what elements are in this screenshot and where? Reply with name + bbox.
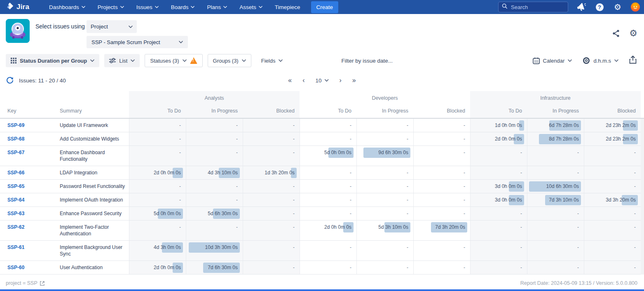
empty-duration: - bbox=[300, 169, 351, 176]
last-page-button[interactable]: » bbox=[352, 77, 356, 84]
groups-filter-button[interactable]: Groups (3) bbox=[208, 54, 251, 67]
duration-cell: - bbox=[413, 146, 470, 166]
status-column-header[interactable]: In Progress bbox=[527, 105, 584, 118]
nav-item-boards[interactable]: Boards bbox=[171, 4, 195, 10]
user-avatar[interactable] bbox=[631, 2, 640, 12]
jira-logo[interactable]: Jira bbox=[6, 2, 29, 12]
statuses-filter-button[interactable]: Statuses (3) bbox=[145, 54, 202, 67]
duration-cell: - bbox=[413, 119, 470, 132]
issue-key-link[interactable]: SSP-68 bbox=[7, 136, 60, 142]
status-column-header[interactable]: Blocked bbox=[584, 105, 641, 118]
duration-cell: 10d 6h 30m 0s bbox=[527, 180, 584, 193]
chevron-down-icon bbox=[129, 26, 133, 28]
fields-button[interactable]: Fields bbox=[256, 54, 288, 67]
duration-cell: - bbox=[470, 166, 527, 179]
duration-cell: - bbox=[470, 221, 527, 240]
create-button[interactable]: Create bbox=[311, 1, 339, 13]
chevron-down-icon bbox=[279, 59, 283, 62]
report-type-button[interactable]: Status Duration per Group bbox=[6, 54, 99, 67]
duration-cell: - bbox=[243, 241, 300, 260]
duration-cell: 4d 3h 10m 0s bbox=[186, 166, 243, 179]
settings-gear-icon[interactable]: ⚙ bbox=[613, 2, 623, 12]
nav-item-projects[interactable]: Projects bbox=[98, 4, 124, 10]
share-icon[interactable] bbox=[612, 29, 620, 38]
nav-item-timepiece[interactable]: Timepiece bbox=[275, 4, 300, 10]
status-column-header[interactable]: To Do bbox=[470, 105, 527, 118]
empty-duration: - bbox=[129, 183, 181, 190]
announcements-icon[interactable] bbox=[576, 2, 586, 12]
search-input[interactable] bbox=[511, 4, 560, 10]
next-page-button[interactable]: › bbox=[340, 77, 342, 84]
empty-duration: - bbox=[584, 149, 636, 156]
issue-key-link[interactable]: SSP-67 bbox=[7, 149, 60, 156]
empty-duration: - bbox=[243, 197, 295, 203]
duration-cell: - bbox=[356, 132, 413, 146]
help-icon[interactable]: ? bbox=[595, 2, 604, 12]
report-info: Report Date: 2024-05-09 13:15 / Version:… bbox=[520, 280, 637, 286]
empty-duration: - bbox=[129, 122, 181, 129]
duration-cell: - bbox=[527, 207, 584, 220]
empty-duration: - bbox=[186, 122, 238, 129]
issue-key-link[interactable]: SSP-61 bbox=[7, 244, 60, 251]
issue-key-link[interactable]: SSP-62 bbox=[7, 224, 60, 230]
nav-item-plans[interactable]: Plans bbox=[207, 4, 227, 10]
duration-cell: - bbox=[470, 261, 527, 274]
empty-duration: - bbox=[243, 122, 295, 129]
issue-date-filter-input[interactable] bbox=[293, 58, 527, 64]
issue-key-link[interactable]: SSP-63 bbox=[7, 210, 60, 217]
status-column-header[interactable]: Blocked bbox=[413, 105, 470, 118]
export-icon[interactable] bbox=[629, 56, 637, 66]
status-column-header[interactable]: In Progress bbox=[356, 105, 413, 118]
global-search[interactable] bbox=[498, 2, 568, 12]
nav-item-issues[interactable]: Issues bbox=[136, 4, 159, 10]
status-column-header[interactable]: To Do bbox=[129, 105, 186, 118]
duration-cell: - bbox=[413, 261, 470, 274]
duration-cell: - bbox=[356, 166, 413, 179]
status-column-header[interactable]: Blocked bbox=[243, 105, 300, 118]
status-column-header[interactable]: To Do bbox=[300, 105, 356, 118]
duration-cell: 5d 3h 10m 0s bbox=[356, 221, 413, 240]
nav-item-dashboards[interactable]: Dashboards bbox=[49, 4, 85, 10]
issue-key-cell: SSP-68 bbox=[0, 132, 60, 146]
view-mode-button[interactable]: List bbox=[104, 54, 140, 67]
prev-page-button[interactable]: ‹ bbox=[302, 77, 304, 84]
refresh-icon[interactable] bbox=[6, 76, 14, 85]
issue-source-select[interactable]: Project bbox=[87, 20, 137, 33]
duration-cell: - bbox=[129, 132, 186, 146]
empty-duration: - bbox=[129, 197, 181, 203]
empty-duration: - bbox=[584, 169, 636, 176]
first-page-button[interactable]: « bbox=[288, 77, 292, 84]
duration-cell: 5d 0h 0m 0s bbox=[300, 146, 356, 166]
duration-cell: - bbox=[584, 166, 641, 179]
empty-duration: - bbox=[471, 244, 522, 251]
chevron-down-icon bbox=[82, 6, 85, 8]
page-size-select[interactable]: 10 bbox=[315, 77, 328, 84]
duration-cell: 5d 0h 0m 0s bbox=[129, 207, 186, 220]
issue-key-cell: SSP-64 bbox=[0, 193, 60, 207]
calendar-select[interactable]: Calendar bbox=[533, 54, 572, 67]
duration-value: 7d 3h 10m 0s bbox=[527, 197, 579, 203]
empty-duration: - bbox=[414, 169, 465, 176]
issue-key-link[interactable]: SSP-64 bbox=[7, 197, 60, 203]
status-column-header[interactable]: In Progress bbox=[186, 105, 243, 118]
nav-item-assets[interactable]: Assets bbox=[239, 4, 262, 10]
project-select[interactable]: SSP - Sample Scrum Project bbox=[87, 36, 188, 48]
table-row: SSP-69Update UI Framework------1d 0h 0m … bbox=[0, 119, 644, 132]
duration-cell: - bbox=[300, 241, 356, 260]
issue-key-link[interactable]: SSP-66 bbox=[7, 169, 60, 176]
empty-duration: - bbox=[471, 169, 522, 176]
duration-cell: 2d 23h 2m 0s bbox=[584, 119, 641, 132]
key-column-header[interactable]: Key bbox=[0, 105, 60, 118]
jql-filter-link[interactable]: project = SSP bbox=[6, 280, 45, 286]
report-settings-gear-icon[interactable]: ⚙ bbox=[629, 29, 637, 38]
duration-format-select[interactable]: d.h.m.s bbox=[583, 54, 618, 67]
duration-cell: - bbox=[584, 221, 641, 240]
issue-key-link[interactable]: SSP-69 bbox=[7, 122, 60, 129]
summary-column-header[interactable]: Summary bbox=[60, 105, 129, 118]
issue-key-link[interactable]: SSP-60 bbox=[7, 264, 60, 271]
issue-summary-cell: Implement Background User Sync bbox=[60, 241, 129, 260]
table-row: SSP-68Add Customizable Widgets------2d 0… bbox=[0, 132, 644, 146]
empty-duration: - bbox=[527, 244, 579, 251]
issue-key-link[interactable]: SSP-65 bbox=[7, 183, 60, 190]
table-scrollbar[interactable] bbox=[641, 119, 644, 275]
